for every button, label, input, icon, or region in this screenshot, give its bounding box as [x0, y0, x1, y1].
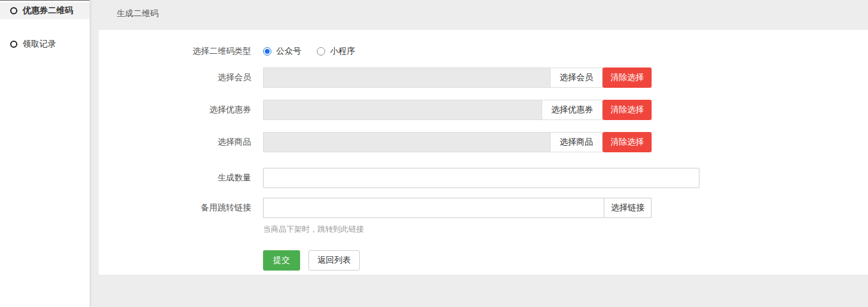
- radio-icon[interactable]: [317, 47, 325, 56]
- coupon-input-group: 选择优惠券 清除选择: [263, 100, 652, 120]
- radio-label: 小程序: [330, 46, 355, 57]
- select-goods-button[interactable]: 选择商品: [550, 132, 603, 152]
- member-value-input: [263, 67, 550, 88]
- quantity-input[interactable]: [263, 168, 699, 188]
- page-title: 生成二维码: [117, 8, 158, 18]
- row-goods: 选择商品 选择商品 清除选择: [99, 132, 868, 152]
- clear-goods-button[interactable]: 清除选择: [603, 132, 652, 152]
- back-to-list-button[interactable]: 返回列表: [308, 250, 360, 271]
- fallback-link-input[interactable]: [263, 198, 604, 218]
- select-member-button[interactable]: 选择会员: [550, 67, 603, 88]
- fallback-link-label: 备用跳转链接: [99, 202, 263, 213]
- row-coupon: 选择优惠券 选择优惠券 清除选择: [99, 100, 868, 120]
- clear-coupon-button[interactable]: 清除选择: [603, 100, 652, 120]
- row-fallback-link: 备用跳转链接 选择链接: [99, 198, 868, 218]
- coupon-label: 选择优惠券: [99, 105, 263, 115]
- fallback-link-group: 选择链接: [263, 198, 652, 218]
- select-coupon-button[interactable]: 选择优惠券: [542, 100, 603, 120]
- sidebar: 优惠券二维码 领取记录: [0, 0, 90, 307]
- sidebar-item-coupon-qrcode[interactable]: 优惠券二维码: [0, 2, 90, 19]
- radio-option-mini-program[interactable]: 小程序: [317, 46, 355, 57]
- goods-value-input: [263, 132, 550, 152]
- circle-icon: [10, 41, 17, 48]
- qr-type-label: 选择二维码类型: [99, 46, 263, 57]
- radio-icon[interactable]: [263, 47, 271, 56]
- page-header: 生成二维码: [90, 0, 868, 30]
- form-panel: 选择二维码类型 公众号 小程序 选择会员 选择会员 清除选择 选择优惠券: [99, 30, 868, 275]
- form-actions: 提交 返回列表: [263, 250, 868, 271]
- fallback-link-hint: 当商品下架时，跳转到此链接: [263, 224, 868, 235]
- clear-member-button[interactable]: 清除选择: [603, 67, 652, 88]
- select-link-button[interactable]: 选择链接: [604, 198, 652, 218]
- row-quantity: 生成数量: [99, 168, 868, 188]
- quantity-label: 生成数量: [99, 173, 263, 183]
- row-qr-type: 选择二维码类型 公众号 小程序: [99, 45, 868, 58]
- radio-label: 公众号: [276, 46, 301, 57]
- coupon-value-input: [263, 100, 542, 120]
- submit-button[interactable]: 提交: [263, 250, 300, 271]
- sidebar-item-claim-records[interactable]: 领取记录: [0, 36, 90, 53]
- circle-icon: [10, 7, 17, 14]
- goods-input-group: 选择商品 清除选择: [263, 132, 652, 152]
- main-area: 生成二维码 选择二维码类型 公众号 小程序 选择会员 选择会员 清除选择: [90, 0, 868, 307]
- sidebar-item-label: 领取记录: [23, 39, 56, 50]
- goods-label: 选择商品: [99, 137, 263, 148]
- member-label: 选择会员: [99, 72, 263, 83]
- radio-option-official-account[interactable]: 公众号: [263, 46, 301, 57]
- row-member: 选择会员 选择会员 清除选择: [99, 67, 868, 88]
- sidebar-item-label: 优惠券二维码: [23, 5, 73, 16]
- member-input-group: 选择会员 清除选择: [263, 67, 652, 88]
